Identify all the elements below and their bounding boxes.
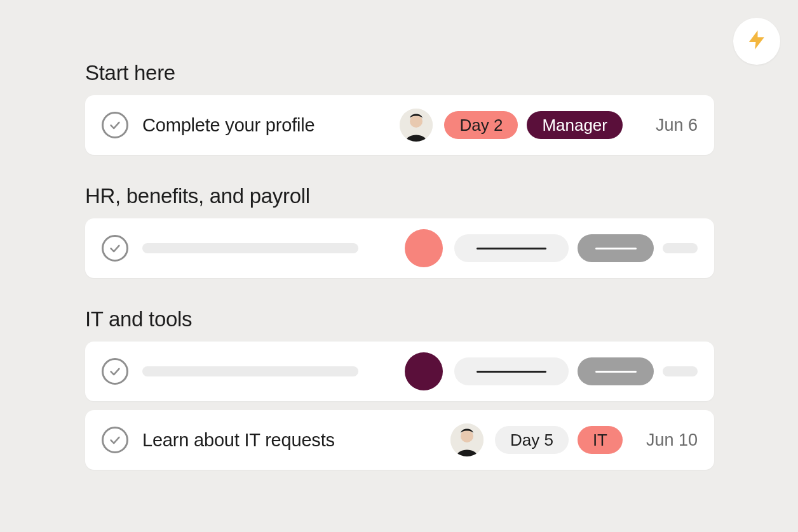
section-start-here: Start here Complete your profile Day 2 M… (85, 61, 714, 155)
tag-day[interactable]: Day 2 (444, 111, 518, 139)
section-hr-benefits-payroll: HR, benefits, and payroll (85, 184, 714, 278)
task-date: Jun 10 (640, 430, 698, 450)
task-list: Start here Complete your profile Day 2 M… (85, 61, 714, 470)
date-placeholder (663, 366, 698, 376)
tag-placeholder (578, 357, 654, 385)
tag-day[interactable]: Day 5 (495, 426, 569, 454)
task-date: Jun 6 (640, 116, 698, 135)
task-row-placeholder[interactable] (85, 218, 714, 278)
assignee-avatar[interactable] (450, 423, 484, 456)
task-row-placeholder[interactable] (85, 342, 714, 401)
color-dot (405, 352, 443, 390)
title-placeholder (142, 366, 358, 376)
section-it-tools: IT and tools Learn about IT requests (85, 307, 714, 470)
svg-point-1 (410, 115, 423, 128)
lightning-fab[interactable] (733, 18, 780, 65)
complete-checkbox[interactable] (102, 358, 128, 385)
check-icon (108, 433, 122, 447)
section-title: IT and tools (85, 307, 714, 331)
assignee-avatar[interactable] (400, 109, 433, 142)
tag-placeholder (454, 357, 569, 385)
tag-placeholder (578, 234, 654, 262)
check-icon (108, 364, 122, 378)
title-placeholder (142, 243, 358, 253)
task-title: Complete your profile (142, 115, 400, 136)
tag-placeholder (454, 234, 569, 262)
date-placeholder (663, 243, 698, 253)
task-row[interactable]: Complete your profile Day 2 Manager Jun … (85, 95, 714, 155)
tag-role[interactable]: Manager (527, 111, 623, 139)
section-title: Start here (85, 61, 714, 85)
tag-category[interactable]: IT (578, 426, 623, 454)
complete-checkbox[interactable] (102, 235, 128, 262)
check-icon (108, 241, 122, 255)
color-dot (405, 229, 443, 267)
section-title: HR, benefits, and payroll (85, 184, 714, 208)
complete-checkbox[interactable] (102, 112, 128, 138)
task-title: Learn about IT requests (142, 430, 450, 451)
task-row[interactable]: Learn about IT requests Day 5 IT Jun 10 (85, 410, 714, 470)
svg-point-3 (461, 430, 473, 442)
check-icon (108, 118, 122, 132)
complete-checkbox[interactable] (102, 427, 128, 453)
lightning-icon (745, 29, 768, 54)
